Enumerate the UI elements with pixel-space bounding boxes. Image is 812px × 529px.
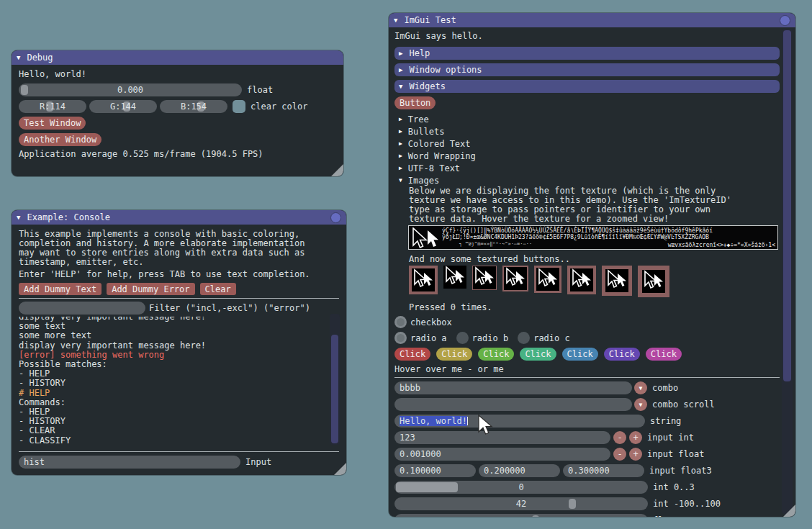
log-line: - HISTORY <box>19 417 339 426</box>
triangle-right-icon: ▶ <box>399 153 402 159</box>
add-dummy-text-button[interactable]: Add Dummy Text <box>19 283 102 295</box>
minus-button[interactable]: - <box>613 431 626 444</box>
texture-button[interactable] <box>534 266 561 293</box>
float-slider[interactable]: 0.000 <box>19 83 242 96</box>
int-slider-100[interactable]: 42 <box>394 497 648 510</box>
console-titlebar[interactable]: ▼ Example: Console <box>12 210 346 225</box>
collapse-arrow-icon[interactable]: ▼ <box>17 214 20 221</box>
debug-window: ▼ Debug Hello, world! 0.000 float R:114 … <box>12 50 343 176</box>
close-icon[interactable] <box>780 15 790 26</box>
combo-box[interactable]: bbbb <box>394 381 632 394</box>
fps-stats-text: Application average 0.525 ms/frame (1904… <box>19 150 336 159</box>
header-window-options[interactable]: ▶ Window options <box>394 63 780 76</box>
combo-label: combo <box>652 383 678 393</box>
add-dummy-error-button[interactable]: Add Dummy Error <box>107 283 194 295</box>
radio-c-button[interactable] <box>518 332 530 344</box>
tree-node-colored-text[interactable]: ▶ Colored Text <box>399 137 795 150</box>
float-input[interactable]: 0.001000 <box>394 448 610 461</box>
log-line: - CLASSIFY <box>19 436 339 446</box>
click-button-3[interactable]: Click <box>478 348 514 361</box>
int-input[interactable]: 123 <box>394 431 610 444</box>
another-window-button[interactable]: Another Window <box>19 133 102 146</box>
pressed-count-text: Pressed 0 times. <box>409 303 795 312</box>
console-scrollbar[interactable] <box>330 314 340 445</box>
float3-input-x[interactable]: 0.100000 <box>394 464 476 477</box>
button-widget[interactable]: Button <box>394 96 436 109</box>
imgui-test-titlebar[interactable]: ▼ ImGui Test <box>389 13 795 27</box>
texture-button[interactable] <box>502 266 528 291</box>
click-button-5[interactable]: Click <box>562 348 598 361</box>
float-input-value: 0.001000 <box>400 449 441 459</box>
plus-button[interactable]: + <box>629 431 642 444</box>
font-texture-image[interactable]: ýÇf}·{ÿj()[]‖%ÝBÑòÙÖóÃÂÀÄÒ½¼ÙÚŽŠÂÉÊ/å∖ÈÞ… <box>408 225 778 250</box>
log-line: - HISTORY <box>19 379 339 388</box>
int-slider-100-label: int -100..100 <box>653 499 721 509</box>
collapse-arrow-icon[interactable]: ▼ <box>17 54 20 61</box>
click-button-2[interactable]: Click <box>436 348 472 361</box>
float-slider-label: float <box>247 85 273 95</box>
log-line: some more text <box>19 331 339 340</box>
separator <box>19 298 339 299</box>
imgui-hello-text: ImGui says hello. <box>394 32 790 41</box>
click-button-6[interactable]: Click <box>604 348 640 361</box>
log-line: display very important message here! <box>19 341 339 351</box>
blue-slider[interactable]: B:154 <box>160 100 227 113</box>
float3-input-y[interactable]: 0.200000 <box>479 464 560 477</box>
plus-button[interactable]: + <box>629 448 642 461</box>
tree-node-images[interactable]: ▼ Images <box>399 174 795 186</box>
header-help[interactable]: ▶ Help <box>394 47 780 60</box>
console-scrollbar-thumb[interactable] <box>331 335 338 443</box>
slider-value: 4.123 <box>400 515 643 517</box>
texture-button[interactable] <box>472 266 497 290</box>
tree-node-tree[interactable]: ▶ Tree <box>399 113 795 125</box>
triangle-right-icon: ▶ <box>399 128 402 135</box>
radio-a-button[interactable] <box>394 332 407 344</box>
minus-button[interactable]: - <box>613 448 626 461</box>
click-button-7[interactable]: Click <box>646 348 682 361</box>
checkbox[interactable] <box>394 316 407 328</box>
console-log[interactable]: display very important message here! som… <box>19 317 339 449</box>
collapse-arrow-icon[interactable]: ▼ <box>394 17 397 24</box>
clear-button[interactable]: Clear <box>200 283 236 295</box>
clear-color-swatch[interactable] <box>233 100 245 113</box>
hover-over-me-text[interactable]: Hover over me - or me <box>394 365 790 374</box>
close-icon[interactable] <box>330 212 341 223</box>
debug-titlebar[interactable]: ▼ Debug <box>12 50 343 65</box>
texture-button[interactable] <box>567 266 596 294</box>
test-window-button[interactable]: Test Window <box>19 117 86 130</box>
filter-input[interactable] <box>19 302 145 315</box>
radio-b-button[interactable] <box>456 332 469 344</box>
click-button-4[interactable]: Click <box>520 348 556 361</box>
texture-button[interactable] <box>409 266 438 294</box>
string-input[interactable]: Hello, world! <box>394 415 645 428</box>
combo-arrow-icon[interactable]: ▼ <box>634 381 647 394</box>
log-line: - HELP <box>19 369 339 379</box>
texture-button[interactable] <box>443 266 466 289</box>
tree-node-bullets[interactable]: ▶ Bullets <box>399 125 795 137</box>
texture-button[interactable] <box>602 266 632 296</box>
click-button-1[interactable]: Click <box>394 348 430 361</box>
window-scrollbar[interactable] <box>782 29 793 514</box>
window-scrollbar-thumb[interactable] <box>783 30 791 381</box>
textured-buttons-caption: And now some textured buttons.. <box>409 255 795 264</box>
slider-value: 42 <box>400 499 643 509</box>
combo-scroll-box[interactable] <box>394 398 632 411</box>
red-slider[interactable]: R:114 <box>19 100 86 113</box>
tree-node-utf8-text[interactable]: ▶ UTF-8 Text <box>399 162 795 174</box>
window-title: ImGui Test <box>404 15 456 25</box>
combo-arrow-icon[interactable]: ▼ <box>634 398 647 411</box>
combo-scroll-label: combo scroll <box>652 399 715 410</box>
tree-node-label: Word Wrapping <box>408 151 476 161</box>
int-slider-0-3[interactable]: 0 <box>394 481 648 494</box>
float3-input-z[interactable]: 0.300000 <box>563 464 644 477</box>
command-input[interactable]: hist <box>19 456 240 469</box>
green-slider[interactable]: G:144 <box>89 100 157 113</box>
mouse-cursor-icon <box>605 269 628 292</box>
texture-button[interactable] <box>638 266 669 297</box>
green-value: G:144 <box>94 101 152 112</box>
float-slider-row[interactable]: 4.123 <box>394 514 648 517</box>
triangle-down-icon: ▼ <box>399 177 402 184</box>
header-widgets[interactable]: ▼ Widgets <box>394 80 780 93</box>
resize-grip-icon[interactable] <box>331 164 343 176</box>
tree-node-word-wrapping[interactable]: ▶ Word Wrapping <box>399 150 795 162</box>
